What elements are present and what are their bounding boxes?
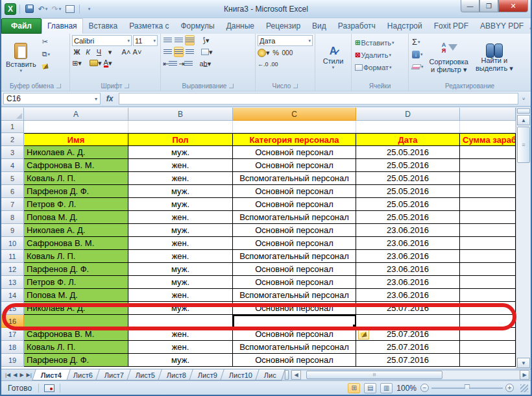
row-header-17[interactable]: 17 xyxy=(1,328,24,341)
scroll-right-icon[interactable]: ▶ xyxy=(520,370,529,380)
cell-B15[interactable]: муж. xyxy=(128,302,233,315)
cell-B19[interactable]: муж. xyxy=(128,354,233,367)
cell-A8[interactable]: Попова М. Д. xyxy=(24,211,128,224)
ribbon-tab-Вставка[interactable]: Вставка xyxy=(83,18,124,34)
cell-C16[interactable] xyxy=(233,315,356,328)
wrap-text-button[interactable]: ab̲▾ xyxy=(199,58,211,69)
zoom-thumb[interactable] xyxy=(465,384,470,391)
merge-center-button[interactable]: ▾ xyxy=(201,47,213,57)
font-color-button[interactable]: А▾ xyxy=(103,58,113,68)
align-bottom-button[interactable] xyxy=(185,35,195,45)
cell-D3[interactable]: 25.05.2016 xyxy=(356,146,460,159)
copy-button[interactable]: ⧉▾ xyxy=(41,49,54,60)
row-header-7[interactable]: 7 xyxy=(1,198,24,211)
row-header-8[interactable]: 8 xyxy=(1,211,24,224)
cell-C15[interactable]: Основной персонал xyxy=(233,302,356,315)
styles-button[interactable]: A̷ Стили▾ xyxy=(320,35,346,80)
cell-B10[interactable]: жен. xyxy=(128,237,233,250)
sheet-tab-Лис[interactable]: Лис xyxy=(255,369,285,380)
cell-E16[interactable] xyxy=(460,315,516,328)
dialog-launcher-icon[interactable] xyxy=(56,84,61,88)
cell-C17[interactable]: Основной персонал xyxy=(233,328,356,341)
cell-B6[interactable]: муж. xyxy=(128,185,233,198)
undo-button[interactable]: ↶▾ xyxy=(37,3,49,15)
ribbon-tab-Вид[interactable]: Вид xyxy=(306,18,332,34)
ribbon-tab-Рецензир[interactable]: Рецензир xyxy=(260,18,306,34)
cell-D16[interactable] xyxy=(356,315,460,328)
vertical-scrollbar[interactable]: ▲ ▼ xyxy=(516,108,531,369)
cell-B9[interactable]: муж. xyxy=(128,224,233,237)
cell-D14[interactable]: 23.06.2016 xyxy=(356,289,460,302)
cell-C18[interactable]: Вспомогательный персонал xyxy=(233,341,356,354)
accounting-format-button[interactable]: ▾ xyxy=(258,47,270,58)
comma-style-button[interactable]: 000 xyxy=(282,47,293,58)
cell-D13[interactable]: 23.06.2016 xyxy=(356,276,460,289)
excel-logo-icon[interactable]: X xyxy=(5,3,16,15)
vertical-scroll-thumb[interactable] xyxy=(517,127,530,163)
cell-A3[interactable]: Николаев А. Д. xyxy=(24,146,128,159)
first-sheet-icon[interactable]: |◀ xyxy=(5,372,10,378)
cell-D9[interactable]: 23.06.2016 xyxy=(356,224,460,237)
cell-C8[interactable]: Вспомогательный персонал xyxy=(233,211,356,224)
cell-B13[interactable]: муж. xyxy=(128,276,233,289)
scroll-down-icon[interactable]: ▼ xyxy=(517,358,530,368)
increase-indent-button[interactable]: ⇥ xyxy=(178,58,193,69)
prev-sheet-icon[interactable]: ◀ xyxy=(13,372,17,378)
cell-D10[interactable]: 23.06.2016 xyxy=(356,237,460,250)
restore-button[interactable]: ❐ xyxy=(479,0,498,12)
cell-A15[interactable]: Николаев А. Д. xyxy=(24,302,128,315)
find-select-button[interactable]: Найти ивыделить ▾ xyxy=(473,35,516,80)
bold-button[interactable]: Ж xyxy=(72,47,82,57)
ribbon-tab-Главная[interactable]: Главная xyxy=(42,18,83,34)
clear-button[interactable]: ▾ xyxy=(411,61,425,72)
cell-B12[interactable]: муж. xyxy=(128,263,233,276)
name-box[interactable]: C16▾ xyxy=(3,93,101,105)
ribbon-tab-Надстрой[interactable]: Надстрой xyxy=(381,18,428,34)
cell-B4[interactable]: жен. xyxy=(128,159,233,172)
cell-E3[interactable] xyxy=(460,146,516,159)
cell-C7[interactable]: Основной персонал xyxy=(233,198,356,211)
shrink-font-button[interactable]: А˅ xyxy=(132,47,142,57)
cell-E17[interactable] xyxy=(460,328,516,341)
table-mode-button[interactable] xyxy=(64,3,76,15)
zoom-in-button[interactable]: + xyxy=(505,384,514,392)
sheet-nav-buttons[interactable]: |◀ ◀ ▶ ▶| xyxy=(1,369,36,380)
ribbon-tab-Формулы[interactable]: Формулы xyxy=(175,18,220,34)
cell-D1[interactable] xyxy=(356,121,460,133)
cell-C13[interactable]: Основной персонал xyxy=(233,276,356,289)
column-header-A[interactable]: A xyxy=(24,108,128,121)
cell-D18[interactable]: 25.07.2016 xyxy=(356,341,460,354)
cell-C1[interactable] xyxy=(233,121,356,133)
percent-button[interactable]: % xyxy=(271,47,281,58)
cell-E4[interactable] xyxy=(460,159,516,172)
select-all-corner[interactable] xyxy=(1,108,24,121)
cell-B16[interactable] xyxy=(128,315,233,328)
zoom-out-button[interactable]: − xyxy=(420,384,429,392)
fill-button[interactable]: ↓▾ xyxy=(411,49,425,60)
underline-button[interactable]: Ч xyxy=(94,47,104,57)
row-header-19[interactable]: 19 xyxy=(1,354,24,367)
cell-C10[interactable]: Основной персонал xyxy=(233,237,356,250)
zoom-track[interactable] xyxy=(431,388,503,389)
row-header-5[interactable]: 5 xyxy=(1,172,24,185)
cell-E19[interactable] xyxy=(460,354,516,367)
align-middle-button[interactable] xyxy=(174,35,184,45)
minimize-button[interactable]: — xyxy=(461,0,479,12)
insert-cells-button[interactable]: ⊞Вставить▾ xyxy=(354,37,406,48)
dialog-launcher-icon[interactable] xyxy=(125,84,129,88)
cell-D11[interactable]: 23.06.2016 xyxy=(356,250,460,263)
ribbon-tab-Foxit PDF[interactable]: Foxit PDF xyxy=(428,18,474,34)
cell-E12[interactable] xyxy=(460,263,516,276)
align-center-button[interactable] xyxy=(174,47,184,57)
cell-D8[interactable]: 25.05.2016 xyxy=(356,211,460,224)
cell-E14[interactable] xyxy=(460,289,516,302)
cell-B11[interactable]: жен. xyxy=(128,250,233,263)
font-name-select[interactable]: Calibri▾ xyxy=(72,35,132,46)
split-handle[interactable] xyxy=(517,108,530,114)
page-break-view-button[interactable]: ▥ xyxy=(380,383,393,393)
row-header-13[interactable]: 13 xyxy=(1,276,24,289)
last-sheet-icon[interactable]: ▶| xyxy=(27,372,32,378)
resize-grip[interactable] xyxy=(520,384,528,392)
cell-A9[interactable]: Николаев А. Д. xyxy=(24,224,128,237)
cell-A5[interactable]: Коваль Л. П. xyxy=(24,172,128,185)
